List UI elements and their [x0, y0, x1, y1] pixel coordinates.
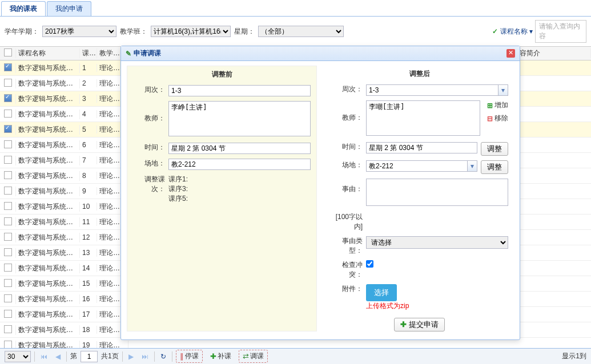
prev-page-icon[interactable]: ◀ — [53, 353, 63, 361]
row-name: 数字逻辑与系统设计 — [16, 94, 80, 104]
row-seq: 13 — [80, 249, 97, 257]
minus-box-icon: ⊟ — [487, 115, 493, 123]
row-seq: 5 — [80, 126, 97, 134]
row-checkbox[interactable] — [4, 248, 12, 256]
row-checkbox[interactable] — [4, 125, 12, 133]
reason-type-label: 事由类型： — [331, 236, 363, 256]
makeup-class-button[interactable]: ✚补课 — [206, 350, 235, 363]
hdr-seq[interactable]: 课序 — [80, 48, 97, 58]
week-dropdown-icon[interactable]: ▾ — [498, 84, 508, 96]
add-teacher-button[interactable]: ⊞增加 — [487, 100, 508, 110]
row-seq: 17 — [80, 310, 97, 318]
row-seq: 15 — [80, 280, 97, 288]
pager: 30 ⏮ ◀ 第 共1页 ▶ ⏭ ↻ ∥停课 ✚补课 ⇄调课 显示1到 — [0, 348, 591, 364]
row-name: 数字逻辑与系统设计 — [16, 264, 80, 273]
day-label: 星期： — [234, 27, 255, 37]
first-page-icon[interactable]: ⏮ — [38, 353, 50, 361]
row-checkbox[interactable] — [4, 233, 12, 241]
pause-icon: ∥ — [180, 352, 184, 361]
row-checkbox[interactable] — [4, 264, 12, 272]
plus-icon: ✚ — [210, 352, 216, 361]
row-seq: 16 — [80, 295, 97, 303]
before-time-label: 时间： — [133, 143, 165, 152]
row-checkbox[interactable] — [4, 279, 12, 287]
after-panel: 调整后 周次： ▾ 教师： 李嘲[主讲] ⊞增加 ⊟移除 时间： 调整 — [325, 66, 514, 331]
submit-plus-icon: ✚ — [400, 320, 407, 329]
plus-box-icon: ⊞ — [487, 102, 493, 110]
display-count: 显示1到 — [562, 351, 586, 361]
row-checkbox[interactable] — [4, 171, 12, 179]
row-name: 数字逻辑与系统设计 — [16, 233, 80, 242]
row-checkbox[interactable] — [4, 79, 12, 87]
row-name: 数字逻辑与系统设计 — [16, 248, 80, 258]
after-time-field — [366, 142, 477, 153]
before-panel: 调整前 周次： 教师： 李峥[主讲] 时间： 场地： 调整课次： 课序1: 课序… — [127, 66, 317, 331]
row-checkbox[interactable] — [4, 187, 12, 195]
row-checkbox[interactable] — [4, 310, 12, 318]
reason-label: 事由： — [331, 179, 363, 194]
attach-select-button[interactable]: 选择 — [366, 284, 397, 301]
row-seq: 3 — [80, 95, 97, 103]
row-checkbox[interactable] — [4, 110, 12, 118]
remove-teacher-button[interactable]: ⊟移除 — [487, 114, 508, 123]
search-input[interactable]: 请输入查询内容 — [535, 20, 586, 43]
adjust-loc-button[interactable]: 调整 — [481, 160, 508, 174]
row-seq: 18 — [80, 326, 97, 334]
row-checkbox[interactable] — [4, 156, 12, 164]
row-name: 数字逻辑与系统设计 — [16, 294, 80, 304]
after-teacher-field[interactable]: 李嘲[主讲] — [366, 100, 480, 136]
coursename-filter-label[interactable]: 课程名称 ▾ — [500, 27, 533, 37]
row-checkbox[interactable] — [4, 202, 12, 210]
row-seq: 1 — [80, 64, 97, 72]
page-input[interactable] — [81, 351, 98, 362]
row-name: 数字逻辑与系统设计 — [16, 310, 80, 319]
page-label-pre: 第 — [70, 351, 77, 361]
reason-limit-label: [100字以内] — [331, 212, 363, 232]
row-checkbox[interactable] — [4, 94, 12, 102]
row-seq: 2 — [80, 79, 97, 87]
apply-swap-dialog: ✎ 申请调课 ✕ 调整前 周次： 教师： 李峥[主讲] 时间： 场地： — [120, 46, 520, 340]
pagesize-select[interactable]: 30 — [5, 351, 31, 362]
conflict-checkbox[interactable] — [366, 260, 373, 268]
next-page-icon[interactable]: ▶ — [126, 353, 136, 361]
last-page-icon[interactable]: ⏭ — [139, 353, 151, 361]
adjust-time-button[interactable]: 调整 — [481, 142, 508, 156]
page-total: 共1页 — [101, 351, 119, 361]
after-loc-input[interactable] — [366, 160, 467, 172]
after-loc-label: 场地： — [331, 160, 363, 170]
refresh-icon[interactable]: ↻ — [158, 353, 168, 361]
after-week-input[interactable] — [366, 84, 498, 96]
row-seq: 12 — [80, 233, 97, 241]
term-select[interactable]: 2017秋季 — [42, 26, 116, 37]
row-checkbox[interactable] — [4, 325, 12, 333]
row-name: 数字逻辑与系统设计 — [16, 156, 80, 165]
row-seq: 7 — [80, 156, 97, 164]
filter-bar: 学年学期： 2017秋季 教学班： 计算机16(3),计算机16(4 星期： （… — [0, 17, 591, 47]
row-seq: 14 — [80, 264, 97, 272]
reason-type-select[interactable]: 请选择 — [366, 236, 508, 249]
before-week-label: 周次： — [133, 85, 165, 95]
dialog-title: 申请调课 — [134, 48, 161, 58]
row-name: 数字逻辑与系统设计 — [16, 140, 80, 150]
reason-textarea[interactable] — [366, 179, 508, 206]
day-select[interactable]: （全部） — [258, 26, 344, 37]
row-checkbox[interactable] — [4, 217, 12, 225]
row-checkbox[interactable] — [4, 140, 12, 148]
dialog-close-button[interactable]: ✕ — [506, 49, 515, 58]
class-select[interactable]: 计算机16(3),计算机16(4 — [151, 26, 231, 37]
dialog-titlebar: ✎ 申请调课 ✕ — [121, 46, 520, 61]
tab-my-schedule[interactable]: 我的课表 — [1, 1, 46, 16]
adjust-seq-list: 课序1: 课序3: 课序5: — [168, 175, 311, 204]
stop-class-button[interactable]: ∥停课 — [176, 350, 203, 363]
row-checkbox[interactable] — [4, 63, 12, 71]
before-teacher-label: 教师： — [133, 101, 165, 123]
select-all-checkbox[interactable] — [4, 48, 12, 56]
row-name: 数字逻辑与系统设计 — [16, 171, 80, 181]
loc-dropdown-icon[interactable]: ▾ — [467, 160, 477, 172]
swap-class-button[interactable]: ⇄调课 — [239, 350, 268, 363]
tab-my-apply[interactable]: 我的申请 — [47, 1, 91, 16]
row-checkbox[interactable] — [4, 341, 12, 349]
row-checkbox[interactable] — [4, 294, 12, 302]
hdr-name[interactable]: 课程名称 — [16, 48, 80, 58]
submit-apply-button[interactable]: ✚ 提交申请 — [394, 318, 445, 331]
